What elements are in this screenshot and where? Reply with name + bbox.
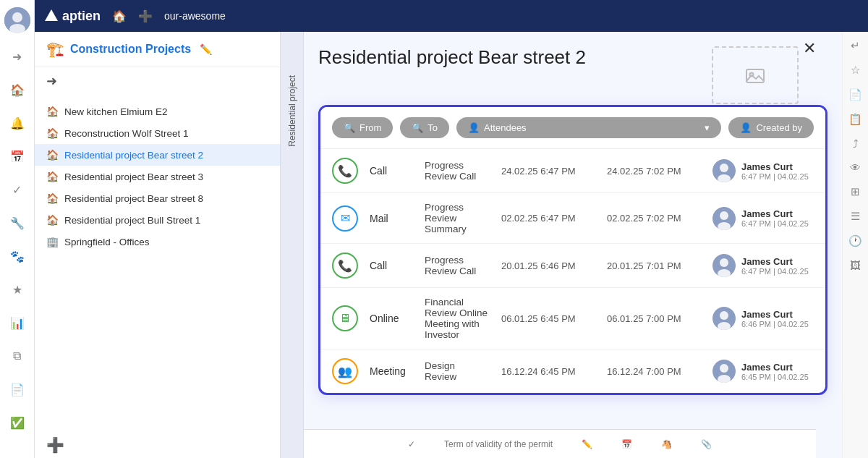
calendar-icon[interactable]: 📅	[7, 146, 27, 166]
filter-to-button[interactable]: 🔍 To	[400, 117, 449, 138]
right-icons: ↵ ☆ 📄 📋 ⤴ 👁 ⊞ ☰ 🕐 🖼	[842, 32, 868, 458]
sidebar-header: 🏗️ Construction Projects ✏️	[35, 32, 280, 67]
svg-point-1	[12, 12, 22, 22]
image-icon[interactable]: 🖼	[850, 259, 861, 271]
sidebar-list: 🏠 New kitchen Elmium E2 🏠 Reconstruction…	[35, 95, 280, 432]
sidebar-item-3[interactable]: 🏠 Residential project Bear street 3	[35, 166, 280, 187]
item-icon-0: 🏠	[46, 106, 59, 117]
paperclip-icon: 📎	[701, 439, 712, 449]
sidebar-item-2[interactable]: 🏠 Residential project Bear street 2	[35, 144, 280, 166]
permit-label: Term of validity of the permit	[444, 439, 553, 449]
sidebar-title: Construction Projects	[70, 43, 191, 56]
left-icon-strip: ➜ 🏠 🔔 📅 ✓ 🔧 🐾 ★ 📊 ⧉ 📄 ✅	[0, 0, 35, 458]
comm-description: Design Review	[425, 360, 490, 382]
comm-user: James Curt 6:45 PM | 04.02.25	[712, 360, 814, 383]
add-icon: ➕	[46, 437, 64, 453]
user-avatar	[712, 307, 736, 330]
comm-description: Progress Review Summary	[425, 202, 490, 234]
home-nav-icon[interactable]: 🏠	[112, 9, 127, 23]
filter-attendees-button[interactable]: 👤 Attendees ▾	[456, 117, 721, 138]
comm-date-from: 06.01.25 6:45 PM	[501, 313, 595, 324]
comm-date-from: 20.01.25 6:46 PM	[501, 260, 595, 271]
filter-from-button[interactable]: 🔍 From	[332, 117, 393, 138]
svg-point-10	[720, 211, 728, 220]
sidebar-back[interactable]: ➜	[35, 67, 280, 95]
user-time: 6:47 PM | 04.02.25	[741, 172, 809, 181]
comm-row[interactable]: 📞 Call Progress Review Call 24.02.25 6:4…	[320, 149, 825, 193]
item-icon-5: 🏠	[46, 214, 59, 226]
file-icon[interactable]: 📄	[7, 379, 27, 399]
user-avatar	[712, 159, 736, 182]
check-icon[interactable]: ✓	[7, 179, 27, 200]
communications-card: 🔍 From 🔍 To 👤 Attendees ▾ 👤 Create	[318, 105, 827, 395]
comm-row[interactable]: 📞 Call Progress Review Call 20.01.25 6:4…	[320, 244, 825, 288]
grid-icon[interactable]: ⊞	[851, 185, 860, 198]
edit-permit-icon[interactable]: ✏️	[582, 439, 592, 449]
sidebar-item-6[interactable]: 🏢 Springfield - Offices	[35, 231, 280, 253]
comm-date-from: 24.02.25 6:47 PM	[501, 166, 595, 177]
comm-list: 📞 Call Progress Review Call 24.02.25 6:4…	[320, 149, 825, 393]
wrench-icon[interactable]: 🔧	[7, 213, 27, 233]
item-label-0: New kitchen Elmium E2	[64, 106, 168, 117]
user-info: James Curt 6:47 PM | 04.02.25	[741, 161, 809, 181]
close-button[interactable]: ✕	[803, 39, 816, 58]
sidebar: 🏗️ Construction Projects ✏️ ➜ 🏠 New kitc…	[35, 32, 281, 458]
bell-icon[interactable]: 🔔	[7, 113, 27, 133]
back-arrow-icon: ➜	[46, 74, 57, 88]
comm-row[interactable]: 👥 Meeting Design Review 16.12.24 6:45 PM…	[320, 349, 825, 393]
file-alt-icon[interactable]: 📋	[848, 113, 862, 126]
eye-icon[interactable]: 👁	[850, 161, 861, 174]
comm-date-to: 06.01.25 7:00 PM	[607, 313, 701, 324]
comm-type-label: Meeting	[370, 365, 413, 377]
comm-filters: 🔍 From 🔍 To 👤 Attendees ▾ 👤 Create	[320, 107, 825, 149]
comm-type-icon: ✉	[332, 205, 358, 232]
sidebar-item-4[interactable]: 🏠 Residential project Bear street 8	[35, 187, 280, 209]
comm-type-label: Mail	[370, 213, 413, 224]
item-icon-3: 🏠	[46, 171, 59, 182]
arrow-right-icon[interactable]: ➜	[7, 46, 27, 67]
check-circle-icon[interactable]: ✅	[7, 412, 27, 433]
comm-user: James Curt 6:47 PM | 04.02.25	[712, 159, 814, 182]
filter-created-by-button[interactable]: 👤 Created by	[728, 117, 814, 138]
comm-row[interactable]: 🖥 Online Financial Review Online Meeting…	[320, 288, 825, 349]
user-info: James Curt 6:47 PM | 04.02.25	[741, 256, 809, 276]
layers-icon[interactable]: ⧉	[7, 346, 27, 366]
enter-icon[interactable]: ↵	[851, 39, 860, 52]
comm-description: Financial Review Online Meeting with Inv…	[425, 297, 490, 340]
item-icon-6: 🏢	[46, 236, 59, 247]
bar-chart-icon[interactable]: 📊	[7, 313, 27, 333]
user-name: James Curt	[741, 362, 809, 373]
comm-type-icon: 🖥	[332, 305, 358, 331]
user-time: 6:46 PM | 04.02.25	[741, 320, 809, 328]
share-icon[interactable]: ⤴	[853, 137, 859, 150]
clock-icon[interactable]: 🕐	[848, 234, 862, 247]
home-icon[interactable]: 🏠	[7, 80, 27, 100]
svg-point-19	[720, 364, 728, 373]
comm-row[interactable]: ✉ Mail Progress Review Summary 02.02.25 …	[320, 193, 825, 244]
main-content: aptien 🏠 ➕ our-awesome 🏗️ Construction P…	[35, 0, 868, 458]
user-info: James Curt 6:45 PM | 04.02.25	[741, 362, 809, 381]
edit-icon[interactable]: ✏️	[200, 43, 212, 55]
star-icon[interactable]: ★	[7, 279, 27, 300]
list-icon[interactable]: ☰	[851, 210, 860, 223]
vertical-tab: Residential project	[281, 32, 304, 458]
sidebar-item-5[interactable]: 🏠 Residential project Bull Street 1	[35, 209, 280, 231]
dog-icon[interactable]: 🐾	[7, 246, 27, 266]
star-right-icon[interactable]: ☆	[851, 64, 860, 77]
item-label-5: Residential project Bull Street 1	[64, 215, 200, 226]
sidebar-add[interactable]: ➕	[35, 432, 280, 458]
add-nav-icon[interactable]: ➕	[138, 9, 153, 23]
top-nav: aptien 🏠 ➕ our-awesome	[35, 0, 868, 32]
calendar-bottom-icon: 📅	[621, 439, 632, 449]
user-avatar	[712, 207, 736, 230]
svg-marker-3	[45, 9, 58, 21]
comm-type-icon: 👥	[332, 358, 358, 384]
sidebar-item-1[interactable]: 🏠 Reconstruction Wolf Street 1	[35, 122, 280, 144]
comm-description: Progress Review Call	[425, 160, 490, 182]
user-name: James Curt	[741, 161, 809, 172]
svg-point-16	[720, 311, 728, 320]
sidebar-item-0[interactable]: 🏠 New kitchen Elmium E2	[35, 101, 280, 122]
avatar[interactable]	[4, 7, 30, 33]
svg-point-13	[720, 258, 728, 267]
file-right-icon[interactable]: 📄	[848, 88, 862, 101]
